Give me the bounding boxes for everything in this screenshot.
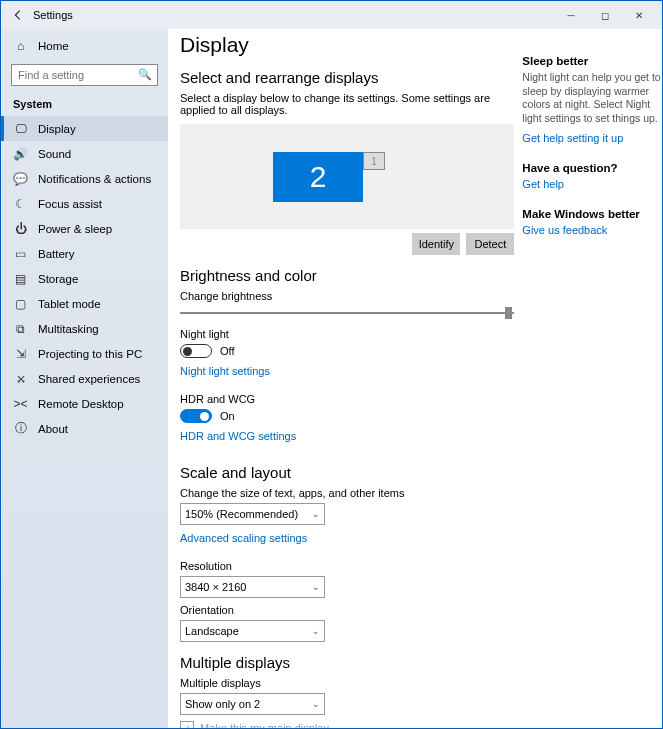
sidebar-item-shared[interactable]: ⤩ Shared experiences xyxy=(1,366,168,391)
hdr-link[interactable]: HDR and WCG settings xyxy=(180,430,296,442)
question-heading: Have a question? xyxy=(522,162,662,174)
sound-icon: 🔊 xyxy=(13,147,28,161)
advanced-scaling-link[interactable]: Advanced scaling settings xyxy=(180,532,307,544)
detect-button[interactable]: Detect xyxy=(466,233,514,255)
nightlight-link[interactable]: Night light settings xyxy=(180,365,270,377)
sidebar-item-multitasking[interactable]: ⧉ Multitasking xyxy=(1,316,168,341)
shared-icon: ⤩ xyxy=(13,372,28,386)
nav-label: Battery xyxy=(38,248,74,260)
multiple-label: Multiple displays xyxy=(180,677,514,689)
nav-label: Display xyxy=(38,123,76,135)
battery-icon: ▭ xyxy=(13,247,28,261)
minimize-button[interactable]: ─ xyxy=(554,4,588,26)
tablet-icon: ▢ xyxy=(13,297,28,311)
rearrange-heading: Select and rearrange displays xyxy=(180,69,514,86)
close-button[interactable]: ✕ xyxy=(622,4,656,26)
multiple-value: Show only on 2 xyxy=(185,698,260,710)
rearrange-subtext: Select a display below to change its set… xyxy=(180,92,514,116)
feedback-link[interactable]: Give us feedback xyxy=(522,224,607,236)
nightlight-state: Off xyxy=(220,345,234,357)
chevron-down-icon: ⌄ xyxy=(312,509,320,519)
sidebar-item-about[interactable]: ⓘ About xyxy=(1,416,168,441)
hdr-label: HDR and WCG xyxy=(180,393,514,405)
remote-icon: >< xyxy=(13,397,28,411)
multiple-select[interactable]: Show only on 2 ⌄ xyxy=(180,693,325,715)
orientation-select[interactable]: Landscape ⌄ xyxy=(180,620,325,642)
nightlight-toggle[interactable] xyxy=(180,344,212,358)
sidebar-item-sound[interactable]: 🔊 Sound xyxy=(1,141,168,166)
brightness-slider[interactable] xyxy=(180,312,514,314)
help-pane: Sleep better Night light can help you ge… xyxy=(514,31,662,728)
identify-button[interactable]: Identify xyxy=(412,233,460,255)
scale-heading: Scale and layout xyxy=(180,464,514,481)
scale-value: 150% (Recommended) xyxy=(185,508,298,520)
nightlight-label: Night light xyxy=(180,328,514,340)
chevron-down-icon: ⌄ xyxy=(312,626,320,636)
chevron-down-icon: ⌄ xyxy=(312,699,320,709)
hdr-state: On xyxy=(220,410,235,422)
back-button[interactable] xyxy=(7,4,29,26)
home-nav[interactable]: ⌂ Home xyxy=(1,33,168,58)
scale-select[interactable]: 150% (Recommended) ⌄ xyxy=(180,503,325,525)
sidebar: ⌂ Home 🔍 System 🖵 Display 🔊 Sound 💬 Noti… xyxy=(1,29,168,728)
multiple-heading: Multiple displays xyxy=(180,654,514,671)
nav-label: About xyxy=(38,423,68,435)
chevron-down-icon: ⌄ xyxy=(312,582,320,592)
home-label: Home xyxy=(38,40,69,52)
nav-label: Multitasking xyxy=(38,323,99,335)
display-arrangement[interactable]: 2 1 xyxy=(180,124,514,229)
nav-label: Sound xyxy=(38,148,71,160)
notifications-icon: 💬 xyxy=(13,172,28,186)
sidebar-item-storage[interactable]: ▤ Storage xyxy=(1,266,168,291)
sidebar-item-focus-assist[interactable]: ☾ Focus assist xyxy=(1,191,168,216)
sleep-heading: Sleep better xyxy=(522,55,662,67)
display-icon: 🖵 xyxy=(13,122,28,136)
monitor-2[interactable]: 2 xyxy=(273,152,363,202)
brightness-label: Change brightness xyxy=(180,290,514,302)
orientation-value: Landscape xyxy=(185,625,239,637)
storage-icon: ▤ xyxy=(13,272,28,286)
resolution-value: 3840 × 2160 xyxy=(185,581,246,593)
search-icon: 🔍 xyxy=(138,68,152,81)
titlebar: Settings ─ ◻ ✕ xyxy=(1,1,662,29)
sidebar-item-battery[interactable]: ▭ Battery xyxy=(1,241,168,266)
sidebar-item-notifications[interactable]: 💬 Notifications & actions xyxy=(1,166,168,191)
focus-icon: ☾ xyxy=(13,197,28,211)
sidebar-item-remote[interactable]: >< Remote Desktop xyxy=(1,391,168,416)
orientation-label: Orientation xyxy=(180,604,514,616)
sidebar-item-projecting[interactable]: ⇲ Projecting to this PC xyxy=(1,341,168,366)
window-title: Settings xyxy=(33,9,554,21)
section-label: System xyxy=(1,90,168,116)
nav-label: Tablet mode xyxy=(38,298,101,310)
get-help-link[interactable]: Get help xyxy=(522,178,564,190)
nav-label: Storage xyxy=(38,273,78,285)
search-input[interactable] xyxy=(11,64,158,86)
project-icon: ⇲ xyxy=(13,347,28,361)
feedback-heading: Make Windows better xyxy=(522,208,662,220)
about-icon: ⓘ xyxy=(13,420,28,437)
sleep-text: Night light can help you get to sleep by… xyxy=(522,71,662,126)
nav-label: Remote Desktop xyxy=(38,398,124,410)
main-display-label: Make this my main display xyxy=(200,722,329,728)
power-icon: ⏻ xyxy=(13,222,28,236)
nav-label: Power & sleep xyxy=(38,223,112,235)
maximize-button[interactable]: ◻ xyxy=(588,4,622,26)
brightness-heading: Brightness and color xyxy=(180,267,514,284)
multitask-icon: ⧉ xyxy=(13,322,28,336)
resolution-label: Resolution xyxy=(180,560,514,572)
main-display-checkbox: ✓ xyxy=(180,721,194,728)
sidebar-item-tablet[interactable]: ▢ Tablet mode xyxy=(1,291,168,316)
sidebar-item-display[interactable]: 🖵 Display xyxy=(1,116,168,141)
page-title: Display xyxy=(180,33,514,57)
nav-label: Focus assist xyxy=(38,198,102,210)
scale-label: Change the size of text, apps, and other… xyxy=(180,487,514,499)
monitor-1[interactable]: 1 xyxy=(363,152,385,170)
sidebar-item-power[interactable]: ⏻ Power & sleep xyxy=(1,216,168,241)
home-icon: ⌂ xyxy=(13,39,28,53)
sleep-link[interactable]: Get help setting it up xyxy=(522,132,623,144)
nav-label: Projecting to this PC xyxy=(38,348,142,360)
hdr-toggle[interactable] xyxy=(180,409,212,423)
nav-label: Shared experiences xyxy=(38,373,140,385)
resolution-select[interactable]: 3840 × 2160 ⌄ xyxy=(180,576,325,598)
nav-label: Notifications & actions xyxy=(38,173,151,185)
